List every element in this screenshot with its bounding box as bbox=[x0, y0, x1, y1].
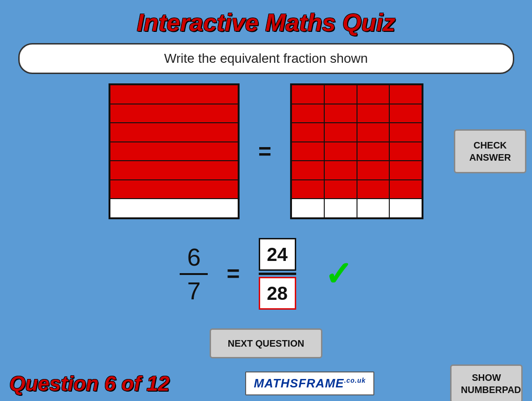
right-grid-cell bbox=[389, 104, 422, 123]
equals-mid: = bbox=[226, 261, 240, 287]
logo-suffix: .co.uk bbox=[344, 377, 365, 384]
right-grid-cell bbox=[357, 85, 390, 104]
answer-fraction-line bbox=[259, 273, 296, 275]
right-grid-cell bbox=[357, 199, 390, 218]
right-grid-cell bbox=[357, 161, 390, 180]
right-grid-cell bbox=[389, 199, 422, 218]
page-title: Interactive Maths Quiz bbox=[0, 0, 532, 43]
fraction-line-left bbox=[180, 273, 208, 275]
right-grid-cell bbox=[292, 199, 324, 218]
right-grid-cell bbox=[292, 104, 324, 123]
right-grid-cell bbox=[357, 104, 390, 123]
denominator-value: 28 bbox=[267, 283, 288, 304]
bottom-bar: Question 6 of 12 MATHSFRAME.co.uk SHOW N… bbox=[0, 366, 532, 401]
right-grid-cell bbox=[389, 180, 422, 199]
right-grid-cell bbox=[389, 161, 422, 180]
right-fraction-grid bbox=[290, 83, 423, 219]
right-grid-cell bbox=[324, 142, 357, 161]
question-counter: Question 6 of 12 bbox=[9, 372, 169, 395]
equals-visual: = bbox=[258, 139, 271, 164]
mathsframe-logo: MATHSFRAME.co.uk bbox=[245, 371, 374, 395]
right-fraction-grid-container bbox=[290, 83, 423, 219]
right-grid-cell bbox=[324, 161, 357, 180]
fraction-numerator-left: 6 bbox=[187, 243, 201, 271]
numerator-input-box[interactable]: 24 bbox=[259, 238, 296, 271]
question-box: Write the equivalent fraction shown bbox=[18, 43, 514, 74]
next-question-button[interactable]: NEXT QUESTION bbox=[210, 328, 322, 358]
right-grid-cell bbox=[292, 85, 324, 104]
right-grid-cell bbox=[357, 180, 390, 199]
left-fraction-grid bbox=[109, 83, 240, 219]
left-grid-cell bbox=[110, 104, 238, 123]
right-grid-cell bbox=[357, 142, 390, 161]
right-grid-cell bbox=[324, 104, 357, 123]
right-grid-cell bbox=[324, 180, 357, 199]
fraction-right-display: 24 28 bbox=[259, 238, 296, 310]
right-grid-cell bbox=[292, 123, 324, 142]
numerator-value: 24 bbox=[267, 244, 288, 265]
right-grid-cell bbox=[389, 123, 422, 142]
left-grid-cell bbox=[110, 180, 238, 199]
logo-text: MATHSFRAME bbox=[254, 376, 344, 390]
right-grid-cell bbox=[292, 180, 324, 199]
right-grid-cell bbox=[389, 142, 422, 161]
fraction-visuals-area: = CHECK ANSWER bbox=[109, 83, 423, 219]
right-grid-cell bbox=[292, 161, 324, 180]
right-grid-cell bbox=[389, 85, 422, 104]
denominator-input-box[interactable]: 28 bbox=[259, 277, 296, 310]
left-grid-cell bbox=[110, 161, 238, 180]
check-answer-button[interactable]: CHECK ANSWER bbox=[454, 129, 526, 173]
right-grid-cell bbox=[357, 123, 390, 142]
left-grid-cell bbox=[110, 85, 238, 104]
fraction-denominator-left: 7 bbox=[187, 277, 201, 305]
left-grid-cell bbox=[110, 142, 238, 161]
left-grid-cell bbox=[110, 123, 238, 142]
fraction-left-display: 6 7 bbox=[180, 243, 208, 305]
fraction-answer-area: 6 7 = 24 28 ✓ bbox=[180, 238, 352, 310]
show-numberpad-button[interactable]: SHOW NUMBERPAD bbox=[450, 364, 523, 401]
left-grid-cell bbox=[110, 199, 238, 218]
right-grid-cell bbox=[292, 142, 324, 161]
right-grid-cell bbox=[324, 85, 357, 104]
right-grid-cell bbox=[324, 199, 357, 218]
left-fraction-grid-container bbox=[109, 83, 240, 219]
checkmark-icon: ✓ bbox=[324, 254, 352, 294]
right-grid-cell bbox=[324, 123, 357, 142]
